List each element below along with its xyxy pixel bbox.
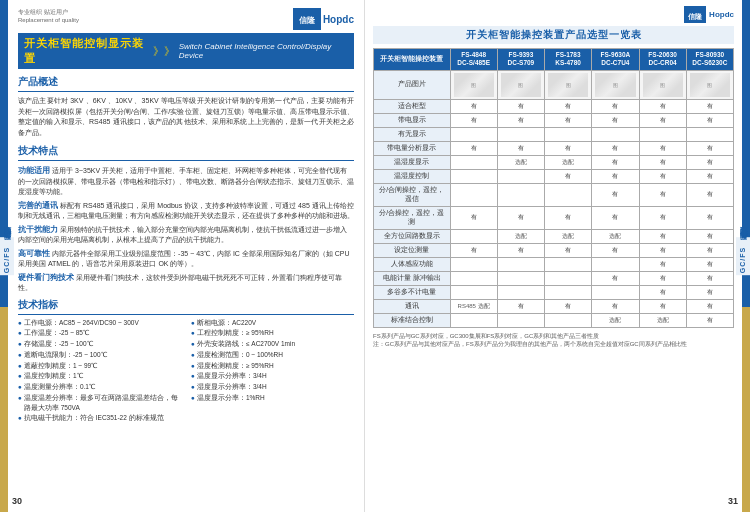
bullet-11: ●: [18, 371, 22, 381]
val-14-2: 有: [497, 299, 544, 313]
val-15-5: 选配: [639, 313, 686, 327]
feature-2: 完善的通讯 标配有 RS485 通讯接口，采用 Modbus 协议，支持多种波特…: [18, 201, 354, 222]
val-11-5: 有: [639, 257, 686, 271]
val-13-6: 有: [686, 285, 733, 299]
val-14-5: 有: [639, 299, 686, 313]
val-7-1: [450, 183, 497, 206]
val-12-2: [497, 271, 544, 285]
section-arrows: 》》: [153, 44, 175, 59]
feature-ctrl1: 分/合闸操控，遥控，遥信: [374, 183, 451, 206]
val-8-4: 有: [592, 206, 639, 229]
val-15-4: 选配: [592, 313, 639, 327]
bullet-8: ●: [191, 350, 195, 360]
series-label-left: GC/FS系列智能控制装置: [0, 237, 14, 275]
val-4-3: 有: [545, 141, 592, 155]
spec-17-text: 抗电磁干扰能力：符合 IEC351-22 的标准规范: [24, 413, 164, 423]
spec-1-text: 工作电源：AC85 ~ 264V/DC90 ~ 300V: [24, 318, 139, 328]
val-8-5: 有: [639, 206, 686, 229]
page-num-left: 30: [12, 496, 22, 506]
footnote-2: 注：GC系列产品与其他对应产品，FS系列产品分为我理自的其他产品，两个系统自完全…: [373, 340, 734, 348]
left-content: 专业组织 贴近用户 Replacement of quality 信隆 Hopd…: [18, 8, 354, 423]
val-6-6: 有: [686, 169, 733, 183]
val-3-4: [592, 127, 639, 141]
row-product-img: 产品图片 图 图 图 图 图 图: [374, 70, 734, 99]
val-8-6: 有: [686, 206, 733, 229]
val-8-1: 有: [450, 206, 497, 229]
img-2: 图: [497, 70, 544, 99]
feature-4-desc: 内部元器件全部采用工业级别温度范围：-35 ~ 43℃，内部 IC 全部采用国际…: [18, 250, 350, 268]
right-page: 信隆 Hopdc 开关柜智能操控装置产品选型一览表 开关柜智能操控装置: [365, 0, 750, 512]
brand-logo: 信隆 Hopdc: [293, 8, 354, 30]
right-title: 开关柜智能操控装置产品选型一览表: [373, 26, 734, 44]
specs-grid: ● 工作电源：AC85 ~ 264V/DC90 ~ 300V ● 断相电源：AC…: [18, 318, 354, 424]
svg-text:信隆: 信隆: [687, 13, 703, 20]
page-num-right: 31: [728, 496, 738, 506]
val-5-3: 选配: [545, 155, 592, 169]
val-14-3: 有: [545, 299, 592, 313]
feature-4: 高可靠性 内部元器件全部采用工业级别温度范围：-35 ~ 43℃，内部 IC 全…: [18, 249, 354, 270]
val-12-4: 有: [592, 271, 639, 285]
bullet-4: ●: [191, 328, 195, 338]
val-7-2: [497, 183, 544, 206]
val-1-6: 有: [686, 99, 733, 113]
val-4-6: 有: [686, 141, 733, 155]
spec-7: ● 遮断电流限制：-25 ~ 100℃: [18, 350, 181, 360]
logo-area: 专业组织 贴近用户 Replacement of quality: [18, 8, 79, 25]
spec-14: ● 湿度显示分辨率：3/4H: [191, 382, 354, 392]
row-ctrl1: 分/合闸操控，遥控，遥信 有 有 有: [374, 183, 734, 206]
val-5-5: 有: [639, 155, 686, 169]
val-1-3: 有: [545, 99, 592, 113]
val-10-4: 有: [592, 243, 639, 257]
right-content: 信隆 Hopdc 开关柜智能操控装置产品选型一览表 开关柜智能操控装置: [373, 6, 734, 349]
val-14-6: 有: [686, 299, 733, 313]
row-humi-ctrl: 温湿度控制 有 有 有 有: [374, 169, 734, 183]
val-12-5: 有: [639, 271, 686, 285]
row-cabinet-display: 全方位回路数显示 选配 选配 选配 有 有: [374, 229, 734, 243]
val-13-3: [545, 285, 592, 299]
img-placeholder-5: 图: [643, 73, 683, 97]
val-15-6: 有: [686, 313, 733, 327]
product-table: 开关柜智能操控装置 FS-4848DC-S/485E FS-9393DC-S70…: [373, 48, 734, 328]
bullet-13: ●: [18, 382, 22, 392]
th-model-1: FS-4848DC-S/485E: [450, 49, 497, 71]
spec-16: ● 温度显示分率：1%RH: [191, 393, 354, 413]
spec-7-text: 遮断电流限制：-25 ~ 100℃: [24, 350, 107, 360]
feature-2-title: 完善的通讯: [18, 201, 60, 210]
val-12-1: [450, 271, 497, 285]
img-3: 图: [545, 70, 592, 99]
spec-1: ● 工作电源：AC85 ~ 264V/DC90 ~ 300V: [18, 318, 181, 328]
bullet-6: ●: [191, 339, 195, 349]
val-2-1: 有: [450, 113, 497, 127]
feature-measure: 设定位测量: [374, 243, 451, 257]
spec-5-text: 存储温度：-25 ~ 100℃: [24, 339, 93, 349]
val-9-3: 选配: [545, 229, 592, 243]
val-9-2: 选配: [497, 229, 544, 243]
footnotes: FS系列产品与GC系列对应，GC300集展和FS系列对应，GC系列和其他产品三者…: [373, 332, 734, 349]
bullet-9: ●: [18, 361, 22, 371]
val-3-2: [497, 127, 544, 141]
spec-15: ● 温度温差分辨率：最多可在两路温度温差结合，每路最大功率 750VA: [18, 393, 181, 413]
val-5-4: 有: [592, 155, 639, 169]
spec-3: ● 工作温度：-25 ~ 85℃: [18, 328, 181, 338]
val-6-3: 有: [545, 169, 592, 183]
feature-display2: 有无显示: [374, 127, 451, 141]
feature-1-desc: 适用于 3~35KV 开关柜，适用于中置柜、手车柜、固定柜、环网柜等多种柜体，可…: [18, 167, 354, 195]
right-header: 信隆 Hopdc: [373, 6, 734, 23]
feature-1: 功能适用 适用于 3~35KV 开关柜，适用于中置柜、手车柜、固定柜、环网柜等多…: [18, 166, 354, 198]
val-14-4: 有: [592, 299, 639, 313]
section-title-bar: 开关柜智能控制显示装置 》》 Switch Cabinet Intelligen…: [18, 33, 354, 69]
val-12-3: [545, 271, 592, 285]
val-7-4: 有: [592, 183, 639, 206]
img-placeholder-4: 图: [595, 73, 635, 97]
row-elec-display: 带电显示 有 有 有 有 有 有: [374, 113, 734, 127]
footnote-1: FS系列产品与GC系列对应，GC300集展和FS系列对应，GC系列和其他产品三者…: [373, 332, 734, 340]
feature-human-sensor: 人体感应功能: [374, 257, 451, 271]
spec-12: ● 温度显示分辨率：3/4H: [191, 371, 354, 381]
val-10-5: 有: [639, 243, 686, 257]
th-model-2: FS-9393DC-S709: [497, 49, 544, 71]
val-13-5: 有: [639, 285, 686, 299]
val-4-4: 有: [592, 141, 639, 155]
bullet-7: ●: [18, 350, 22, 360]
row-multi-meter: 多谷多不计电量 有 有: [374, 285, 734, 299]
feature-comm: 通讯: [374, 299, 451, 313]
